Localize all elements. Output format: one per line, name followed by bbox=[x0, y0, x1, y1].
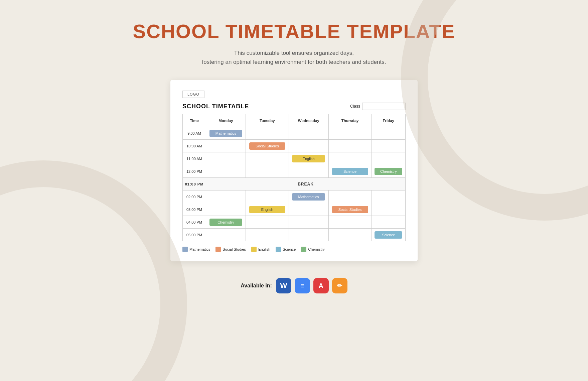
subject-cell bbox=[372, 216, 405, 229]
subject-cell bbox=[206, 190, 246, 203]
timetable-header-row: SCHOOL TIMETABLE Class bbox=[182, 103, 406, 110]
google-docs-icon[interactable]: ≡ bbox=[295, 278, 310, 293]
class-label: Class bbox=[350, 104, 360, 109]
timetable-card: LOGO SCHOOL TIMETABLE Class Time Monday … bbox=[170, 80, 418, 261]
subject-cell bbox=[206, 229, 246, 241]
available-label: Available in: bbox=[241, 283, 272, 289]
table-row: 12:00 PMScienceChemistry bbox=[183, 165, 406, 178]
time-cell: 04:00 PM bbox=[183, 216, 206, 229]
legend-label: Mathematics bbox=[189, 247, 210, 251]
subject-cell bbox=[246, 229, 289, 241]
microsoft-word-icon[interactable]: W bbox=[276, 278, 291, 293]
subject-cell bbox=[289, 203, 328, 216]
time-cell: 12:00 PM bbox=[183, 165, 206, 178]
legend-item: Chemistry bbox=[301, 247, 325, 252]
subject-cell bbox=[328, 152, 372, 165]
subject-cell bbox=[206, 203, 246, 216]
subject-pill: Science bbox=[375, 231, 402, 239]
subject-pill: Social Studies bbox=[332, 206, 368, 213]
break-cell: BREAK bbox=[206, 178, 406, 190]
time-cell: 03:00 PM bbox=[183, 203, 206, 216]
legend-label: Social Studies bbox=[223, 247, 246, 251]
subject-pill: English bbox=[249, 206, 285, 213]
legend-label: English bbox=[258, 247, 270, 251]
legend-item: Science bbox=[276, 247, 296, 252]
table-header-row: Time Monday Tuesday Wednesday Thursday F… bbox=[183, 114, 406, 127]
subject-pill: Science bbox=[332, 168, 368, 175]
legend-color-box bbox=[215, 247, 221, 252]
subject-cell: Science bbox=[372, 229, 405, 241]
subject-cell bbox=[372, 127, 405, 140]
subject-cell bbox=[328, 229, 372, 241]
subject-cell bbox=[206, 140, 246, 152]
subject-cell bbox=[328, 190, 372, 203]
legend-color-box bbox=[251, 247, 257, 252]
subject-cell: Mathematics bbox=[206, 127, 246, 140]
time-cell: 11:00 AM bbox=[183, 152, 206, 165]
subject-cell bbox=[206, 152, 246, 165]
table-row: 04:00 PMChemistry bbox=[183, 216, 406, 229]
time-cell: 9:00 AM bbox=[183, 127, 206, 140]
legend-item: Mathematics bbox=[182, 247, 210, 252]
subject-cell bbox=[289, 140, 328, 152]
subject-cell: Chemistry bbox=[372, 165, 405, 178]
table-row: 01:00 PMBREAK bbox=[183, 178, 406, 190]
time-cell: 10:00 AM bbox=[183, 140, 206, 152]
subject-cell bbox=[372, 190, 405, 203]
subject-cell bbox=[372, 152, 405, 165]
subject-cell bbox=[246, 165, 289, 178]
table-row: 02:00 PMMathematics bbox=[183, 190, 406, 203]
legend-item: English bbox=[251, 247, 270, 252]
table-row: 11:00 AMEnglish bbox=[183, 152, 406, 165]
subject-pill: Chemistry bbox=[209, 219, 243, 226]
legend-color-box bbox=[182, 247, 188, 252]
subject-pill: Chemistry bbox=[375, 168, 402, 175]
col-wednesday: Wednesday bbox=[289, 114, 328, 127]
time-cell: 02:00 PM bbox=[183, 190, 206, 203]
legend-color-box bbox=[276, 247, 281, 252]
subject-cell: Social Studies bbox=[328, 203, 372, 216]
available-section: Available in: W≡A✏ bbox=[241, 278, 347, 293]
subject-cell bbox=[246, 152, 289, 165]
legend-label: Science bbox=[283, 247, 296, 251]
class-field: Class bbox=[350, 103, 406, 110]
subject-cell bbox=[289, 229, 328, 241]
subject-cell bbox=[246, 216, 289, 229]
table-row: 9:00 AMMathematics bbox=[183, 127, 406, 140]
subject-cell bbox=[289, 216, 328, 229]
table-row: 10:00 AMSocial Studies bbox=[183, 140, 406, 152]
subject-pill: English bbox=[292, 155, 325, 162]
time-cell: 05:00 PM bbox=[183, 229, 206, 241]
subject-pill: Mathematics bbox=[209, 130, 243, 137]
col-time: Time bbox=[183, 114, 206, 127]
subject-cell: English bbox=[289, 152, 328, 165]
subject-pill: Social Studies bbox=[249, 142, 285, 150]
subject-cell bbox=[372, 140, 405, 152]
subject-cell: Chemistry bbox=[206, 216, 246, 229]
legend-color-box bbox=[301, 247, 306, 252]
class-input[interactable] bbox=[362, 103, 406, 110]
subject-cell: Social Studies bbox=[246, 140, 289, 152]
subject-cell: English bbox=[246, 203, 289, 216]
subject-cell bbox=[328, 127, 372, 140]
legend-item: Social Studies bbox=[215, 247, 246, 252]
subject-cell bbox=[289, 165, 328, 178]
subject-cell bbox=[246, 190, 289, 203]
apple-pages-icon[interactable]: ✏ bbox=[332, 278, 347, 293]
subject-pill: Mathematics bbox=[292, 193, 325, 201]
subject-cell: Science bbox=[328, 165, 372, 178]
subject-cell bbox=[289, 127, 328, 140]
col-tuesday: Tuesday bbox=[246, 114, 289, 127]
subject-cell: Mathematics bbox=[289, 190, 328, 203]
col-monday: Monday bbox=[206, 114, 246, 127]
page-subtitle: This customizable tool ensures organized… bbox=[202, 48, 386, 67]
time-cell: 01:00 PM bbox=[183, 178, 206, 190]
timetable-title: SCHOOL TIMETABLE bbox=[182, 103, 249, 110]
subject-cell bbox=[206, 165, 246, 178]
table-row: 03:00 PMEnglishSocial Studies bbox=[183, 203, 406, 216]
adobe-pdf-icon[interactable]: A bbox=[313, 278, 329, 293]
subject-cell bbox=[328, 140, 372, 152]
table-row: 05:00 PMScience bbox=[183, 229, 406, 241]
subject-cell bbox=[372, 203, 405, 216]
legend-label: Chemistry bbox=[308, 247, 325, 251]
